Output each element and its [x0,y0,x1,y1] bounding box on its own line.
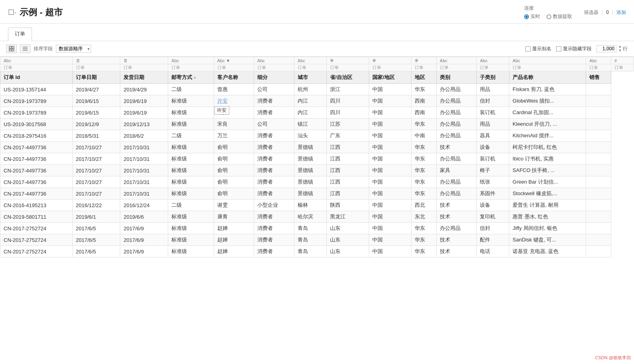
table-cell: 电话 [477,246,509,257]
th-ship-date[interactable]: 发货日期 [120,71,168,84]
header-left: ☐· 示例 - 超市 [8,6,63,18]
table-row: CN-2017-27527242017/6/52017/6/9标准级赵婵消费者青… [0,234,634,246]
th-category[interactable]: 类别 [436,71,477,84]
table-cell [586,95,611,107]
tooltip-box: 许安 [214,106,229,115]
row-count-stepper[interactable]: ▲ ▼ [618,45,622,53]
table-cell: 2017/10/27 [72,142,120,153]
table-cell: 技术 [436,211,477,223]
table-cell: 江西 [327,153,369,165]
data-table: Abc 🗓 🗓 Abc Abc ▼ Abc Abc ⊕ ⊕ ⊕ Abc Abc … [0,57,634,257]
table-cell: 系固件 [477,188,509,200]
th-country[interactable]: 国家/地区 [369,71,411,84]
th-sales[interactable]: 销售 [586,71,611,84]
table-cell: 信封 [477,223,509,234]
table-cell: 办公用品 [436,84,477,95]
table-cell: 消费者 [254,153,294,165]
svg-rect-0 [9,46,11,48]
table-cell: 2018/6/2 [120,130,168,142]
table-cell: CN-2016-4195213 [0,200,73,211]
table-cell: 标准级 [168,107,214,119]
table-row: CN-2017-27527242017/6/52017/6/9标准级赵婵消费者青… [0,246,634,257]
table-cell: 标准级 [168,211,214,223]
th-order-date[interactable]: 订单日期 [72,71,120,84]
table-cell: 江西 [327,188,369,200]
table-cell: 华东 [411,142,437,153]
sort-select-wrapper: 数据源顺序 [56,45,91,53]
type-cell-0: Abc [0,57,73,64]
table-cell: 标准级 [168,165,214,176]
table-cell: 中国 [369,211,411,223]
table-cell [586,246,611,257]
table-cell: 中国 [369,95,411,107]
cat-cell-12: 订单 [509,64,586,71]
type-cell-7: ⊕ [327,57,369,64]
cat-cell-6: 订单 [294,64,327,71]
extract-radio[interactable]: 数据提取 [547,13,572,20]
type-cell-14: # [611,57,634,64]
table-cell: 办公用品 [436,176,477,188]
tab-order[interactable]: 订单 [8,28,32,41]
connection-section: 连接 实时 数据提取 [524,5,572,20]
table-cell: 万兰 [214,130,254,142]
table-cell: 四川 [327,95,369,107]
table-cell: 东北 [411,211,437,223]
grid-view-button[interactable] [6,44,17,53]
table-cell: CN-2017-4497736 [0,142,73,153]
sort-select[interactable]: 数据源顺序 [56,45,91,53]
radio-group: 实时 数据提取 [524,13,572,20]
table-cell: 标准级 [168,142,214,153]
table-cell: CN-2017-4497736 [0,188,73,200]
table-cell: 消费者 [254,165,294,176]
table-cell: 2019/6/1 [72,211,120,223]
table-cell: 信封 [477,95,509,107]
th-segment[interactable]: 细分 [254,71,294,84]
table-cell: 中国 [369,200,411,211]
table-cell: US-2019-1357144 [0,84,73,95]
table-cell: 广东 [327,130,369,142]
row-count-group: ▲ ▼ 行 [596,45,628,53]
table-cell: 山东 [327,223,369,234]
show-alias-checkbox[interactable]: 显示别名 [525,46,551,52]
table-cell: 俞明 [214,176,254,188]
table-cell: 镇江 [294,119,327,130]
table-cell: 装订机 [477,107,509,119]
show-hidden-checkbox[interactable]: 显示隐藏字段 [556,46,592,52]
table-cell: 许安 [214,95,254,107]
table-cell: 公司 [254,84,294,95]
table-icon: ☐· [8,8,16,17]
th-region[interactable]: 地区 [411,71,437,84]
table-row: US-2019-30175682019/12/92019/12/13标准级宋良公… [0,119,634,130]
realtime-radio-dot [524,14,529,19]
th-subcategory[interactable]: 子类别 [477,71,509,84]
table-cell: 华东 [411,165,437,176]
th-order-id[interactable]: 订单 Id [0,71,73,84]
th-city[interactable]: 城市 [294,71,327,84]
table-cell: 江苏 [327,119,369,130]
type-cell-8: ⊕ [369,57,411,64]
th-product[interactable]: 产品名称 [509,71,586,84]
table-cell: 纸张 [477,176,509,188]
table-cell: 许安许安 [214,107,254,119]
add-filter-link[interactable]: 添加 [616,9,626,16]
category-row: 订单 订单 订单 订单 订单 订单 订单 订单 订单 订单 订单 订单 订单 订… [0,64,634,71]
table-cell: 中国 [369,107,411,119]
th-province[interactable]: 省/自治区 [327,71,369,84]
table-cell [586,84,611,95]
table-cell: 办公用品 [436,223,477,234]
customer-cell-value: 许安 [217,98,228,104]
table-cell: 消费者 [254,246,294,257]
realtime-radio[interactable]: 实时 [524,13,540,20]
type-cell-9: ⊕ [411,57,437,64]
th-ship-mode[interactable]: 邮寄方式 ≡ [168,71,214,84]
table-cell: 2019/12/9 [72,119,120,130]
th-customer[interactable]: 客户名称 [214,71,254,84]
type-cell-11: Abc [477,57,509,64]
table-cell: 中国 [369,223,411,234]
table-cell: CN-2017-4497736 [0,153,73,165]
table-cell: Green Bar 计划信... [509,176,586,188]
show-hidden-label: 显示隐藏字段 [563,46,592,52]
table-cell: 2017/10/27 [72,165,120,176]
row-count-input[interactable] [596,45,616,52]
list-view-button[interactable] [20,44,30,53]
